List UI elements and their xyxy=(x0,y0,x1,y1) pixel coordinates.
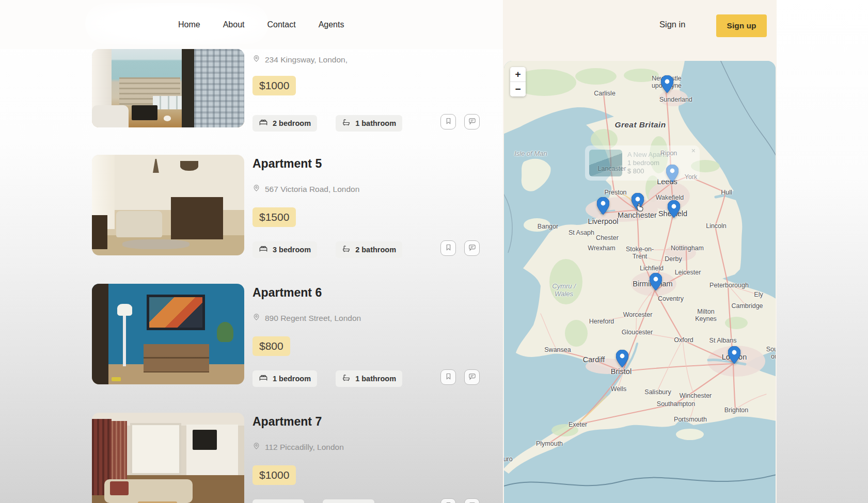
listing-feature-chips: 2 bedroom1 bathroom xyxy=(252,115,402,132)
listing-price-badge: $1000 xyxy=(252,76,296,95)
zoom-out-button[interactable]: − xyxy=(510,82,526,96)
popup-close-icon[interactable]: × xyxy=(691,147,696,155)
chat-icon xyxy=(468,372,477,382)
chat-button[interactable] xyxy=(464,498,480,503)
listing-price-badge: $1500 xyxy=(252,207,296,227)
listing-actions xyxy=(440,498,480,503)
map-listing-popup[interactable]: A New Apart… 1 bedroom $ 800 × xyxy=(585,145,700,181)
listing-address: 112 Piccadilly, London xyxy=(252,442,344,452)
listing-photo-blue-accent-room[interactable] xyxy=(92,284,244,384)
listing-card: Apartment 6890 Regent Street, London$800… xyxy=(92,284,479,413)
zoom-in-button[interactable]: + xyxy=(510,67,526,82)
listing-feature-chips xyxy=(252,499,374,503)
chat-icon xyxy=(468,243,477,253)
bed-icon xyxy=(259,118,268,129)
location-pin-icon xyxy=(252,442,260,452)
bookmark-icon xyxy=(445,372,452,382)
location-pin-icon xyxy=(252,55,260,64)
bathrooms-chip: 1 bathroom xyxy=(336,115,402,132)
bookmark-button[interactable] xyxy=(440,369,456,385)
map-pin-london[interactable] xyxy=(728,346,740,364)
popup-title: A New Apart… xyxy=(627,151,671,159)
bathrooms-chip: 2 bathroom xyxy=(336,241,402,258)
location-pin-icon xyxy=(252,313,260,323)
auth-area: Sign in Sign up xyxy=(503,0,777,49)
nav-link-agents[interactable]: Agents xyxy=(319,20,344,29)
sign-in-link[interactable]: Sign in xyxy=(659,20,685,29)
popup-price: $ 800 xyxy=(627,167,671,175)
map-pin-birmingham[interactable] xyxy=(650,273,662,290)
chat-icon xyxy=(468,501,477,503)
popup-thumbnail xyxy=(589,150,622,176)
chat-icon xyxy=(468,117,477,127)
bookmark-icon xyxy=(445,117,452,126)
bookmark-button[interactable] xyxy=(440,498,456,503)
nav-link-contact[interactable]: Contact xyxy=(267,20,296,29)
listing-photo-warm-living-room[interactable] xyxy=(92,413,244,503)
listing-actions xyxy=(440,114,480,129)
bedrooms-chip: 3 bedroom xyxy=(252,241,317,258)
map-base-tiles xyxy=(504,61,776,503)
top-navigation: HomeAboutContactAgents xyxy=(0,0,503,49)
bookmark-button[interactable] xyxy=(440,240,456,256)
listing-address: 890 Regent Street, London xyxy=(252,313,361,323)
map-pin-liverpool[interactable] xyxy=(597,197,609,215)
listing-address: 234 Kingsway, London, xyxy=(252,55,348,64)
popup-bedrooms: 1 bedroom xyxy=(627,159,671,167)
sign-up-button[interactable]: Sign up xyxy=(716,14,767,37)
listing-address: 567 Victoria Road, London xyxy=(252,184,359,194)
listing-photo-city-window-view[interactable] xyxy=(92,49,244,127)
listing-price-badge: $1000 xyxy=(252,465,296,485)
page-right-margin xyxy=(777,0,868,503)
nav-link-home[interactable]: Home xyxy=(178,20,200,29)
listing-title: Apartment 6 xyxy=(252,286,322,300)
map-pin-newcastle-upon-tyne[interactable] xyxy=(661,75,673,93)
nav-link-about[interactable]: About xyxy=(223,20,245,29)
bedrooms-chip xyxy=(252,499,304,503)
listing-title: Apartment 5 xyxy=(252,157,322,171)
bed-icon xyxy=(259,245,268,255)
bath-icon xyxy=(342,245,351,255)
map-pin-manchester[interactable] xyxy=(632,193,644,210)
bath-icon xyxy=(342,118,351,128)
bedrooms-chip: 2 bedroom xyxy=(252,115,317,132)
listing-actions xyxy=(440,240,480,256)
listing-actions xyxy=(440,369,480,385)
location-pin-icon xyxy=(252,184,260,194)
listing-photo-beige-living-room[interactable] xyxy=(92,155,244,255)
listing-feature-chips: 3 bedroom2 bathroom xyxy=(252,241,402,258)
map-pin-sheffield[interactable] xyxy=(668,200,680,218)
chat-button[interactable] xyxy=(464,240,480,256)
bed-icon xyxy=(259,374,268,384)
listing-price-badge: $800 xyxy=(252,336,290,356)
listing-card: Apartment 5567 Victoria Road, London$150… xyxy=(92,155,479,284)
bath-icon xyxy=(342,374,351,384)
bedrooms-chip: 1 bedroom xyxy=(252,370,317,387)
listing-card: Apartment 7112 Piccadilly, London$1000 xyxy=(92,413,479,503)
bathrooms-chip xyxy=(323,499,374,503)
nav-links: HomeAboutContactAgents xyxy=(178,0,344,49)
chat-button[interactable] xyxy=(464,114,480,129)
chat-button[interactable] xyxy=(464,369,480,385)
map[interactable]: CarlisleNewcastle upon TyneSunderlandGre… xyxy=(504,61,776,503)
listing-feature-chips: 1 bedroom1 bathroom xyxy=(252,370,402,387)
map-zoom-control: + − xyxy=(510,67,526,96)
bookmark-icon xyxy=(445,244,452,253)
map-panel: CarlisleNewcastle upon TyneSunderlandGre… xyxy=(503,0,777,503)
bookmark-button[interactable] xyxy=(440,114,456,129)
map-pin-bristol[interactable] xyxy=(616,350,628,367)
bathrooms-chip: 1 bathroom xyxy=(336,370,402,387)
listing-title: Apartment 7 xyxy=(252,415,322,429)
